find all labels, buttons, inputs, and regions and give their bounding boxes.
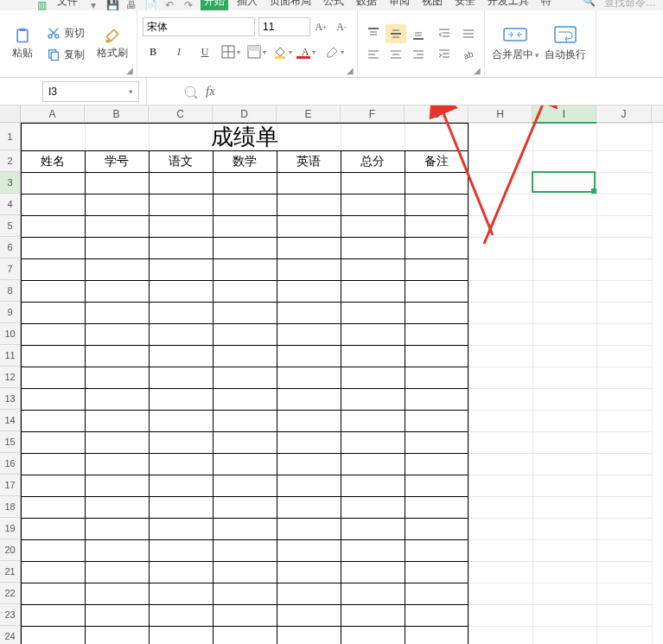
search-icon[interactable]: 🔍 bbox=[582, 0, 596, 6]
align-top-button[interactable] bbox=[363, 24, 384, 43]
column-header[interactable]: A bbox=[21, 105, 85, 122]
cut-button[interactable]: 剪切 bbox=[43, 24, 88, 42]
row-header[interactable]: 14 bbox=[0, 410, 20, 431]
print-icon[interactable]: 🖶 bbox=[124, 0, 138, 10]
font-dialog-icon[interactable]: ◢ bbox=[347, 66, 354, 75]
align-center-button[interactable] bbox=[386, 45, 406, 64]
column-header[interactable]: F bbox=[341, 105, 405, 122]
table-title[interactable]: 成绩单 bbox=[21, 123, 469, 150]
font-size-input[interactable] bbox=[258, 17, 310, 36]
cell-style-button[interactable]: ▾ bbox=[246, 43, 267, 61]
search-placeholder[interactable]: 查找命令… bbox=[604, 0, 656, 10]
row-header[interactable]: 16 bbox=[0, 453, 20, 475]
clipboard-dialog-icon[interactable]: ◢ bbox=[126, 66, 133, 75]
svg-rect-13 bbox=[296, 56, 310, 59]
table-header-cell[interactable]: 语文 bbox=[149, 150, 213, 172]
alignment-dialog-icon[interactable]: ◢ bbox=[474, 66, 481, 75]
table-header-cell[interactable]: 数学 bbox=[213, 150, 277, 172]
increase-indent-button[interactable] bbox=[434, 46, 455, 63]
align-middle-button[interactable] bbox=[386, 24, 406, 43]
tab-extra[interactable]: 特 bbox=[538, 0, 555, 10]
row-header[interactable]: 17 bbox=[0, 475, 20, 496]
format-painter-button[interactable]: 格式刷 bbox=[93, 25, 131, 62]
tab-page-layout[interactable]: 页面布局 bbox=[266, 0, 315, 10]
merge-center-button[interactable]: 合并居中▾ bbox=[490, 25, 540, 62]
row-header[interactable]: 1 bbox=[0, 123, 20, 150]
table-header-cell[interactable]: 姓名 bbox=[21, 150, 85, 172]
row-header[interactable]: 9 bbox=[0, 302, 20, 323]
menu-file[interactable]: 文件 bbox=[54, 0, 81, 10]
column-header[interactable]: H bbox=[469, 105, 532, 122]
preview-icon[interactable]: 📄 bbox=[143, 0, 157, 10]
row-header[interactable]: 5 bbox=[0, 215, 20, 237]
column-header[interactable]: G bbox=[405, 105, 469, 122]
orientation-button[interactable]: ab bbox=[458, 46, 479, 63]
tab-formulas[interactable]: 公式 bbox=[320, 0, 347, 10]
italic-button[interactable]: I bbox=[169, 43, 189, 61]
save-icon[interactable]: 💾 bbox=[105, 0, 119, 10]
row-header[interactable]: 10 bbox=[0, 323, 20, 345]
tab-data[interactable]: 数据 bbox=[353, 0, 380, 10]
table-header-cell[interactable]: 总分 bbox=[341, 150, 405, 172]
row-header[interactable]: 13 bbox=[0, 388, 20, 410]
insert-function-icon[interactable] bbox=[182, 83, 199, 100]
wrap-text-button[interactable]: 自动换行 bbox=[540, 25, 590, 62]
column-header[interactable]: C bbox=[149, 105, 213, 122]
font-name-input[interactable] bbox=[143, 17, 255, 36]
row-header[interactable]: 23 bbox=[0, 604, 20, 626]
clear-format-button[interactable]: ▾ bbox=[324, 43, 345, 61]
fill-color-button[interactable]: ▾ bbox=[272, 43, 293, 61]
row-header[interactable]: 4 bbox=[0, 194, 20, 215]
row-header[interactable]: 19 bbox=[0, 518, 20, 539]
row-header[interactable]: 24 bbox=[0, 626, 20, 644]
copy-button[interactable]: 复制 bbox=[43, 46, 88, 64]
column-header[interactable]: J bbox=[596, 105, 652, 122]
tab-view[interactable]: 视图 bbox=[418, 0, 446, 10]
bold-button[interactable]: B bbox=[143, 43, 163, 61]
row-header[interactable]: 15 bbox=[0, 431, 20, 453]
align-right-button[interactable] bbox=[408, 45, 429, 64]
row-header[interactable]: 12 bbox=[0, 367, 20, 388]
paste-button[interactable]: 粘贴 bbox=[5, 25, 40, 62]
underline-button[interactable]: U bbox=[194, 43, 215, 61]
grid[interactable]: 成绩单姓名学号语文数学英语总分备注 bbox=[21, 123, 663, 644]
tab-developer[interactable]: 开发工具 bbox=[484, 0, 532, 10]
row-header[interactable]: 20 bbox=[0, 539, 20, 561]
tab-security[interactable]: 安全 bbox=[451, 0, 479, 10]
decrease-font-icon[interactable]: A- bbox=[331, 18, 352, 35]
row-header[interactable]: 3 bbox=[0, 172, 20, 194]
row-header[interactable]: 2 bbox=[0, 150, 20, 172]
font-color-button[interactable]: A ▾ bbox=[298, 43, 319, 61]
formula-input[interactable] bbox=[215, 78, 663, 105]
row-header[interactable]: 22 bbox=[0, 583, 20, 604]
tab-home[interactable]: 开始 bbox=[201, 0, 228, 10]
select-all-corner[interactable] bbox=[0, 105, 21, 123]
table-header-cell[interactable]: 备注 bbox=[405, 150, 469, 172]
row-header[interactable]: 21 bbox=[0, 561, 20, 583]
undo-icon[interactable]: ↶ bbox=[163, 0, 176, 10]
tab-insert[interactable]: 插入 bbox=[233, 0, 261, 10]
table-header-cell[interactable]: 英语 bbox=[277, 150, 341, 172]
column-header[interactable]: D bbox=[213, 105, 277, 122]
row-header[interactable]: 8 bbox=[0, 280, 20, 302]
row-header[interactable]: 6 bbox=[0, 237, 20, 258]
row-header[interactable]: 11 bbox=[0, 345, 20, 367]
column-header[interactable]: I bbox=[532, 105, 596, 122]
row-header[interactable]: 18 bbox=[0, 496, 20, 518]
column-header[interactable]: B bbox=[85, 105, 149, 122]
align-bottom-button[interactable] bbox=[408, 24, 429, 43]
align-left-button[interactable] bbox=[363, 45, 384, 64]
column-header[interactable]: E bbox=[277, 105, 341, 122]
decrease-indent-button[interactable] bbox=[434, 25, 455, 42]
increase-font-icon[interactable]: A+ bbox=[310, 18, 331, 35]
redo-icon[interactable]: ↷ bbox=[182, 0, 195, 10]
spreadsheet[interactable]: ABCDEFGHIJ 12345678910111213141516171819… bbox=[0, 105, 663, 644]
formula-bar-row: I3 ▾ fx bbox=[0, 78, 663, 105]
table-header-cell[interactable]: 学号 bbox=[85, 150, 149, 172]
borders-button[interactable]: ▾ bbox=[220, 43, 241, 61]
name-box[interactable]: I3 ▾ bbox=[42, 81, 139, 102]
justify-button[interactable] bbox=[458, 25, 479, 42]
fx-label[interactable]: fx bbox=[206, 84, 215, 99]
tab-review[interactable]: 审阅 bbox=[386, 0, 413, 10]
row-header[interactable]: 7 bbox=[0, 258, 20, 280]
